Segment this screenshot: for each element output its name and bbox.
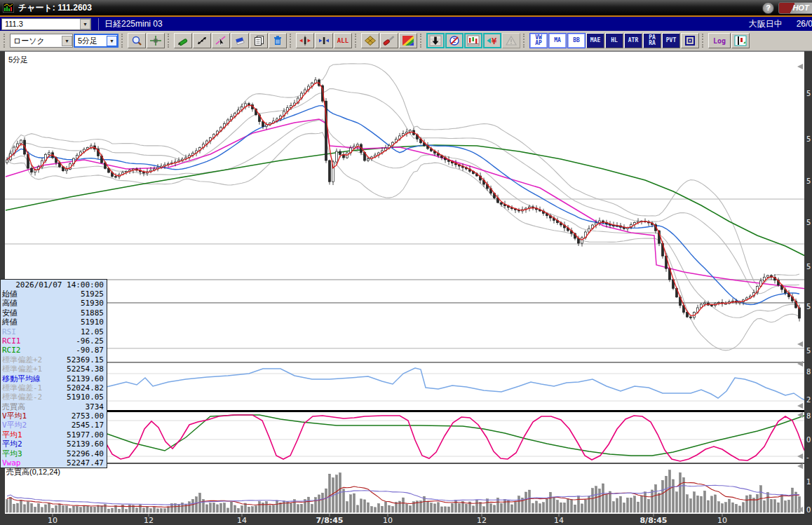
data-row: 標準偏差-251910.05 <box>1 393 107 402</box>
select-arrow-icon[interactable] <box>212 33 230 48</box>
pvt-button[interactable]: PVT <box>662 33 680 48</box>
chart-canvas[interactable]: 1012147/8:451012148/8:451055555558280-10 <box>0 0 812 525</box>
symbol-name: 日経225mini 03 <box>98 18 163 30</box>
symbol-select[interactable]: 111.3 ▼ <box>1 18 91 30</box>
y-axis-label: 0 <box>806 506 811 514</box>
session-label: 大阪日中 <box>749 18 783 30</box>
toolbar-grip[interactable] <box>523 34 527 48</box>
data-row: V平均12753.00 <box>1 411 107 421</box>
toolbar-grip[interactable] <box>4 34 7 48</box>
toolbar: ローソク ▼ 5分足 ▼ ALL 2 ¥ VW AP MA BB <box>0 31 812 51</box>
symbol-code: 111.3 <box>5 20 23 28</box>
x-axis-label: 7/8:45 <box>316 516 343 525</box>
log-button[interactable]: Log <box>708 33 731 48</box>
hl-button[interactable]: HL <box>605 33 623 48</box>
yen-axis-icon[interactable]: ¥ <box>483 33 501 48</box>
data-row: 標準偏差+252369.15 <box>1 355 107 364</box>
data-row: 安値51885 <box>1 308 107 318</box>
data-row: RCI2-90.87 <box>1 346 107 355</box>
trendline-icon[interactable] <box>193 33 211 48</box>
x-axis-label: 10 <box>717 516 727 525</box>
data-row: 始値51925 <box>1 289 107 299</box>
mesh-icon[interactable] <box>361 33 379 48</box>
ma-button[interactable]: MA <box>548 33 567 48</box>
data-row: 終値51910 <box>1 318 107 327</box>
x-axis-label: 12 <box>144 516 154 525</box>
y-axis-label: 5 <box>806 90 811 97</box>
toolbar-grip[interactable] <box>420 34 424 48</box>
y-axis-label: 8 <box>806 412 811 420</box>
toolbar-grip[interactable] <box>121 34 125 48</box>
chevron-down-icon[interactable]: ▼ <box>107 36 117 46</box>
timeframe-value: 5分足 <box>78 36 97 46</box>
timeframe-label: 5分足 <box>8 55 28 65</box>
chevron-down-icon[interactable]: ▼ <box>62 36 72 46</box>
data-row: 平均151977.00 <box>1 430 107 439</box>
hot-button[interactable]: HOT <box>778 2 812 14</box>
data-row: 平均252139.60 <box>1 439 107 449</box>
toolbar-grip[interactable] <box>702 34 705 48</box>
toolbar-grip[interactable] <box>290 34 293 48</box>
data-row: 平均352296.40 <box>1 449 107 458</box>
widen-bars-icon[interactable] <box>296 33 314 48</box>
y-axis-label: 5 <box>806 347 811 355</box>
data-window-datetime: 2026/01/07 14:00:00 <box>1 280 107 289</box>
alert-icon <box>502 33 520 48</box>
chevron-down-icon[interactable]: ▼ <box>80 19 90 29</box>
y-axis-label: 5 <box>806 219 811 226</box>
y-axis-label: 5 <box>806 177 811 185</box>
para-button[interactable]: PA RA <box>643 33 661 48</box>
data-row: 標準偏差-152024.82 <box>1 383 107 393</box>
palette-icon[interactable] <box>399 33 417 48</box>
help-button[interactable]: ? <box>762 2 774 14</box>
data-row: 移動平均線52139.60 <box>1 374 107 383</box>
x-axis-label: 10 <box>48 516 57 525</box>
window-title: チャート: 111.2603 <box>18 2 92 14</box>
hide-chart2-icon[interactable]: 2 <box>445 33 463 48</box>
app-icon <box>3 3 14 13</box>
y-axis-label: 2 <box>806 396 811 404</box>
data-row: V平均22545.17 <box>1 421 107 430</box>
data-row: 標準偏差+152254.38 <box>1 364 107 374</box>
mae-button[interactable]: MAE <box>586 33 604 48</box>
y-axis-label: 5 <box>806 263 811 271</box>
timeframe-select[interactable]: 5分足 ▼ <box>74 34 119 48</box>
data-row: 売買高3734 <box>1 402 107 411</box>
toolbar-grip[interactable] <box>355 34 358 48</box>
x-axis-label: 10 <box>383 516 393 525</box>
chart-settings-icon[interactable] <box>731 33 750 48</box>
x-axis-label: 12 <box>477 516 487 525</box>
y-axis-label: - <box>806 454 809 461</box>
symbol-bar: 111.3 ▼ 日経225mini 03 大阪日中 26/0 <box>0 15 812 31</box>
data-window-icon[interactable] <box>426 33 445 48</box>
chart-type-select[interactable]: ローソク ▼ <box>10 34 73 48</box>
subchart-icon[interactable] <box>464 33 482 48</box>
x-axis-label: 14 <box>237 516 247 525</box>
pencil-icon[interactable] <box>174 33 192 48</box>
y-axis-label: 5 <box>806 303 811 311</box>
zoom-icon[interactable] <box>128 33 146 48</box>
data-row: Vwap52247.47 <box>1 458 107 468</box>
atr-button[interactable]: ATR <box>624 33 642 48</box>
copy-icon[interactable] <box>250 33 268 48</box>
eraser-icon[interactable] <box>231 33 249 48</box>
y-axis-label: 0 <box>806 436 811 444</box>
trash-icon[interactable] <box>269 33 287 48</box>
toolbar-grip[interactable] <box>168 34 171 48</box>
data-row: RCI1-96.25 <box>1 336 107 346</box>
narrow-bars-icon[interactable] <box>315 33 333 48</box>
all-button[interactable]: ALL <box>334 33 352 48</box>
y-axis-label: 5 <box>806 135 811 143</box>
chart-window: チャート: 111.2603 ? HOT 111.3 ▼ 日経225mini 0… <box>0 0 812 525</box>
title-bar: チャート: 111.2603 ? HOT <box>0 0 812 15</box>
y-axis-label: 1 <box>806 478 811 486</box>
chart-type-value: ローソク <box>13 36 45 46</box>
crosshair-grid-icon[interactable] <box>147 33 165 48</box>
svg-text:¥: ¥ <box>492 36 497 46</box>
frame-button[interactable] <box>681 33 699 48</box>
data-window[interactable]: 2026/01/07 14:00:00 始値51925高値51930安値5188… <box>0 279 107 468</box>
data-row: 高値51930 <box>1 299 107 308</box>
bb-button[interactable]: BB <box>567 33 586 48</box>
vwap-button[interactable]: VW AP <box>529 33 548 48</box>
tools-icon[interactable] <box>380 33 398 48</box>
